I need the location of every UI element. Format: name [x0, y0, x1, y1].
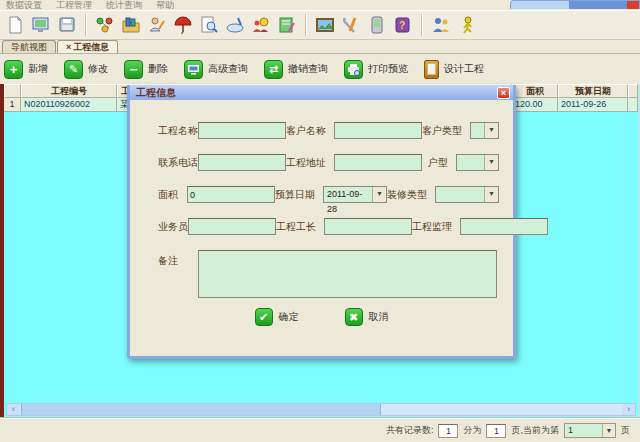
save-icon[interactable]: [55, 13, 79, 37]
scrollbar-thumb[interactable]: [21, 404, 381, 415]
undo-query-button[interactable]: ⇄ 撤销查询: [264, 60, 328, 79]
current-page-select[interactable]: 1 ▼: [564, 423, 616, 438]
scroll-right-icon[interactable]: ›: [622, 404, 635, 415]
header-index: [4, 84, 21, 98]
check-icon: ✔: [255, 308, 273, 326]
split-label: 分为: [463, 424, 481, 437]
advanced-query-button[interactable]: 高级查询: [184, 60, 248, 79]
background-window-titlebar: [510, 0, 640, 9]
search-doc-icon[interactable]: [197, 13, 221, 37]
add-button[interactable]: + 新增: [4, 60, 48, 79]
deco-type-label: 装修类型: [387, 188, 435, 202]
toolbar-separator: [85, 14, 87, 36]
edit-icon: ✎: [64, 60, 83, 79]
dialog-titlebar[interactable]: 工程信息 ×: [130, 85, 513, 100]
customer-type-select[interactable]: ▼: [470, 122, 499, 139]
notebook-pen-icon[interactable]: [275, 13, 299, 37]
nodes-icon[interactable]: [93, 13, 117, 37]
chevron-down-icon[interactable]: ▼: [602, 424, 615, 437]
clipboard-icon: [424, 60, 439, 79]
cell-budget-date[interactable]: 2011-09-26: [558, 98, 628, 112]
supervisor-input[interactable]: [460, 218, 548, 235]
deco-type-select[interactable]: ▼: [435, 186, 499, 203]
undo-query-label: 撤销查询: [288, 62, 328, 76]
new-doc-icon[interactable]: [3, 13, 27, 37]
horizontal-scrollbar[interactable]: ‹ ›: [6, 403, 636, 416]
salesman-label: 业务员: [144, 220, 188, 234]
status-bar: 共有记录数: 1 分为 1 页,当前为第 1 ▼ 页: [0, 418, 640, 442]
users-icon[interactable]: [429, 13, 453, 37]
field-row-1: 工程名称 客户名称 客户类型 ▼: [144, 122, 499, 139]
toolbar-separator: [305, 14, 307, 36]
edit-button[interactable]: ✎ 修改: [64, 60, 108, 79]
address-input[interactable]: [334, 154, 422, 171]
dialog-body: 工程名称 客户名称 客户类型 ▼ 联系电话 工程地址 户型 ▼ 面积 预算日期 …: [130, 100, 513, 326]
pda-icon[interactable]: [365, 13, 389, 37]
ok-button[interactable]: ✔ 确定: [255, 308, 299, 326]
x-icon: ✖: [345, 308, 363, 326]
remark-textarea[interactable]: [198, 250, 497, 298]
remark-row: 备注: [144, 250, 499, 298]
cell-area[interactable]: 120.00: [512, 98, 558, 112]
cancel-button[interactable]: ✖ 取消: [345, 308, 389, 326]
foreman-input[interactable]: [324, 218, 412, 235]
printer-icon: [344, 60, 363, 79]
tab-navigation-label: 导航视图: [11, 42, 47, 52]
advanced-query-label: 高级查询: [208, 62, 248, 76]
header-budget-date[interactable]: 预算日期: [558, 84, 628, 98]
minus-icon: −: [124, 60, 143, 79]
menu-data-settings[interactable]: 数据设置: [6, 0, 42, 10]
project-name-input[interactable]: [198, 122, 286, 139]
dialog-close-icon[interactable]: ×: [497, 87, 510, 99]
chevron-down-icon[interactable]: ▼: [484, 187, 498, 202]
tab-navigation-view[interactable]: 导航视图: [2, 40, 56, 53]
qq-figure-icon[interactable]: [455, 13, 479, 37]
scroll-left-icon[interactable]: ‹: [7, 404, 20, 415]
print-preview-label: 打印预览: [368, 62, 408, 76]
cell-project-code[interactable]: N020110926002: [21, 98, 117, 112]
header-project-code[interactable]: 工程编号: [21, 84, 117, 98]
customer-name-label: 客户名称: [286, 124, 334, 138]
project-name-label: 工程名称: [144, 124, 198, 138]
clock-users-icon[interactable]: [249, 13, 273, 37]
customer-name-input[interactable]: [334, 122, 422, 139]
area-input[interactable]: [187, 186, 275, 203]
dish-pen-icon[interactable]: [223, 13, 247, 37]
folder-books-icon[interactable]: [119, 13, 143, 37]
monitor-image-icon[interactable]: [29, 13, 53, 37]
svg-text:?: ?: [399, 20, 405, 31]
house-type-select[interactable]: ▼: [456, 154, 499, 171]
picture-icon[interactable]: [313, 13, 337, 37]
menu-project-manage[interactable]: 工程管理: [56, 0, 92, 10]
phone-label: 联系电话: [144, 156, 198, 170]
dialog-title: 工程信息: [136, 86, 497, 100]
design-project-button[interactable]: 设计工程: [424, 60, 484, 79]
budget-date-select[interactable]: 2011-09-28▼: [323, 186, 387, 203]
chevron-down-icon[interactable]: ▼: [484, 123, 498, 138]
main-toolbar: ?: [0, 10, 640, 40]
tools-icon[interactable]: [339, 13, 363, 37]
help-book-icon[interactable]: ?: [391, 13, 415, 37]
chevron-down-icon[interactable]: ▼: [484, 155, 498, 170]
action-bar: + 新增 ✎ 修改 − 删除 高级查询 ⇄ 撤销查询 打印预览 设计工程: [0, 54, 640, 84]
phone-input[interactable]: [198, 154, 286, 171]
print-preview-button[interactable]: 打印预览: [344, 60, 408, 79]
tab-bar: 导航视图 ×工程信息: [0, 40, 640, 54]
tab-close-icon[interactable]: ×: [66, 42, 71, 52]
header-area[interactable]: 面积: [512, 84, 558, 98]
toolbar-separator: [421, 14, 423, 36]
user-edit-icon[interactable]: [145, 13, 169, 37]
menu-bar: 数据设置 工程管理 统计查询 帮助: [0, 0, 640, 10]
menu-stats-query[interactable]: 统计查询: [106, 0, 142, 10]
budget-date-value: 2011-09-28: [324, 187, 372, 202]
add-button-label: 新增: [28, 62, 48, 76]
tab-project-info[interactable]: ×工程信息: [57, 40, 118, 53]
umbrella-icon[interactable]: [171, 13, 195, 37]
delete-button[interactable]: − 删除: [124, 60, 168, 79]
edit-button-label: 修改: [88, 62, 108, 76]
design-project-label: 设计工程: [444, 62, 484, 76]
background-window-close-icon[interactable]: [627, 1, 639, 9]
chevron-down-icon[interactable]: ▼: [372, 187, 386, 202]
menu-help[interactable]: 帮助: [156, 0, 174, 10]
salesman-input[interactable]: [188, 218, 276, 235]
